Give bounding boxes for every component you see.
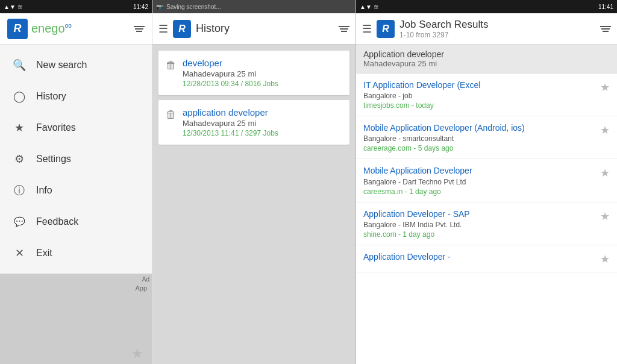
left-status-bar: ▲▼ ≋ 11:42	[0, 0, 152, 13]
history-title: History	[196, 22, 334, 35]
menu-item-new-search[interactable]: 🔍 New search	[0, 49, 152, 81]
menu-list: 🔍 New search ◯ History ★ Favorites ⚙ Set…	[0, 45, 152, 274]
saving-text: Saving screenshot...	[166, 4, 221, 10]
info-icon: ⓘ	[12, 183, 27, 198]
logo-text: enegooo	[31, 22, 72, 36]
job-item-location-2: Bangalore - Dart Techno Pvt Ltd	[363, 178, 595, 186]
menu-item-feedback[interactable]: 💬 Feedback	[0, 206, 152, 237]
history-header: ☰ R History	[152, 13, 355, 45]
job-item-title-0: IT Application Developer (Excel	[363, 80, 595, 90]
job-list: IT Application Developer (Excel Bangalor…	[356, 74, 617, 364]
gear-icon: ⚙	[12, 152, 27, 166]
favorite-star-0[interactable]: ★	[600, 81, 610, 94]
left-panel: ▲▼ ≋ 11:42 R enegooo 🔍 New search ◯ Hist…	[0, 0, 152, 364]
star-menu-icon: ★	[12, 121, 27, 135]
job-item-0[interactable]: IT Application Developer (Excel Bangalor…	[356, 74, 617, 116]
saving-icon: 📷	[156, 4, 163, 10]
menu-label-feedback: Feedback	[36, 216, 78, 227]
results-search-location: Mahadevapura 25 mi	[363, 59, 610, 68]
trash-icon-0[interactable]: 🗑	[166, 59, 177, 72]
job-item-body-0: IT Application Developer (Excel Bangalor…	[363, 80, 595, 110]
logo-enego: enego	[31, 22, 65, 35]
right-panel: ▲▼ ≋ 11:41 ☰ R Job Search Results 1-10 f…	[356, 0, 617, 364]
job-item-body-1: Mobile Application Developer (Android, i…	[363, 122, 595, 152]
history-card-title-0: developer	[183, 58, 342, 68]
history-card-meta-1: 12/30/2013 11:41 / 3297 Jobs	[183, 129, 342, 137]
right-logo-r: R	[382, 24, 389, 34]
right-header-title: Job Search Results	[399, 19, 595, 31]
sidebar-stars: ★ ★ ★	[131, 346, 143, 364]
job-item-body-3: Application Developer - SAP Bangalore - …	[363, 209, 595, 239]
logo-r-letter: R	[14, 22, 22, 35]
sidebar-star-1[interactable]: ★	[131, 346, 143, 362]
menu-label-history: History	[36, 91, 66, 102]
menu-item-history[interactable]: ◯ History	[0, 81, 152, 112]
favorite-star-4[interactable]: ★	[600, 253, 610, 266]
history-card-location-1: Mahadevapura 25 mi	[183, 119, 342, 128]
job-item-title-1: Mobile Application Developer (Android, i…	[363, 122, 595, 133]
ad-label: Ad	[142, 276, 149, 283]
clock-icon: ◯	[12, 89, 27, 104]
saving-bar: 📷 Saving screenshot...	[152, 0, 355, 13]
right-filter-button[interactable]	[600, 26, 611, 32]
menu-item-favorites[interactable]: ★ Favorites	[0, 112, 152, 143]
job-item-title-2: Mobile Application Developer	[363, 165, 595, 176]
job-item-meta-0: timesjobs.com - today	[363, 101, 595, 110]
menu-label-exit: Exit	[36, 248, 52, 259]
feedback-icon: 💬	[12, 215, 27, 229]
ad-area: Ad App ★ ★ ★	[0, 274, 152, 364]
history-card-0[interactable]: 🗑 developer Mahadevapura 25 mi 12/28/201…	[158, 51, 349, 95]
job-item-3[interactable]: Application Developer - SAP Bangalore - …	[356, 202, 617, 245]
history-card-body-0: developer Mahadevapura 25 mi 12/28/2013 …	[183, 58, 342, 88]
right-header: ☰ R Job Search Results 1-10 from 3297	[356, 13, 617, 45]
history-card-1[interactable]: 🗑 application developer Mahadevapura 25 …	[158, 100, 349, 145]
menu-item-info[interactable]: ⓘ Info	[0, 175, 152, 206]
left-app-header: R enegooo	[0, 13, 152, 45]
job-item-body-2: Mobile Application Developer Bangalore -…	[363, 165, 595, 195]
right-header-subtitle: 1-10 from 3297	[399, 31, 595, 39]
right-status-time: 11:41	[598, 4, 613, 10]
job-item-body-4: Application Developer -	[363, 251, 595, 263]
job-item-2[interactable]: Mobile Application Developer Bangalore -…	[356, 159, 617, 202]
exit-icon: ✕	[12, 246, 27, 260]
right-status-icons: ▲▼ ≋	[360, 4, 378, 10]
favorite-star-3[interactable]: ★	[600, 210, 610, 223]
right-hamburger-icon[interactable]: ☰	[362, 22, 372, 36]
menu-label-info: Info	[36, 185, 52, 196]
middle-panel: 📷 Saving screenshot... ☰ R History 🗑 dev…	[152, 0, 356, 364]
favorite-star-1[interactable]: ★	[600, 124, 610, 137]
results-search-title: Application developer	[363, 49, 610, 59]
hamburger-icon[interactable]: ☰	[158, 22, 168, 36]
app-label: App	[135, 284, 147, 292]
trash-icon-1[interactable]: 🗑	[166, 108, 177, 121]
right-logo-box: R	[377, 20, 395, 38]
menu-label-settings: Settings	[36, 154, 71, 165]
job-item-meta-3: shine.com - 1 day ago	[363, 230, 595, 239]
results-search-bar: Application developer Mahadevapura 25 mi	[356, 45, 617, 74]
history-content: 🗑 developer Mahadevapura 25 mi 12/28/201…	[152, 45, 355, 364]
job-item-meta-2: careesma.in - 1 day ago	[363, 187, 595, 196]
job-item-location-3: Bangalore - IBM India Pvt. Ltd.	[363, 221, 595, 229]
menu-label-favorites: Favorites	[36, 122, 76, 133]
left-filter-button[interactable]	[134, 26, 145, 32]
favorite-star-2[interactable]: ★	[600, 166, 610, 180]
search-icon: 🔍	[12, 58, 27, 72]
menu-item-exit[interactable]: ✕ Exit	[0, 237, 152, 269]
history-card-meta-0: 12/28/2013 09:34 / 8016 Jobs	[183, 80, 342, 88]
job-item-4[interactable]: Application Developer - ★	[356, 245, 617, 272]
logo-dots: oo	[65, 22, 72, 29]
right-status-bar: ▲▼ ≋ 11:41	[356, 0, 617, 13]
job-item-title-3: Application Developer - SAP	[363, 209, 595, 219]
logo-box: R	[7, 19, 28, 39]
menu-item-settings[interactable]: ⚙ Settings	[0, 143, 152, 175]
menu-label-new-search: New search	[36, 60, 87, 71]
history-card-title-1: application developer	[183, 107, 342, 118]
left-status-time: 11:42	[133, 4, 148, 10]
history-filter-button[interactable]	[339, 26, 349, 32]
history-logo-r: R	[178, 24, 186, 34]
history-card-body-1: application developer Mahadevapura 25 mi…	[183, 107, 342, 137]
history-logo-box: R	[173, 20, 191, 38]
job-item-1[interactable]: Mobile Application Developer (Android, i…	[356, 116, 617, 159]
right-header-text: Job Search Results 1-10 from 3297	[399, 19, 595, 39]
job-item-title-4: Application Developer -	[363, 251, 595, 262]
